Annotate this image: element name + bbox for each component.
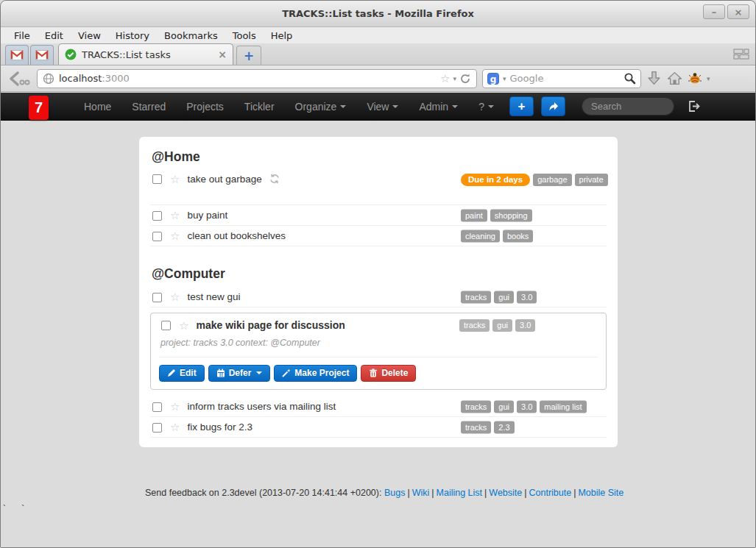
nav-home[interactable]: Home — [74, 101, 121, 113]
task-checkbox[interactable] — [152, 423, 162, 433]
menu-tools[interactable]: Tools — [225, 30, 264, 41]
chevron-down-icon[interactable]: ▾ — [453, 75, 456, 82]
tab-close-icon[interactable]: × — [218, 49, 227, 60]
task-title[interactable]: take out garbage — [187, 174, 261, 185]
url-text[interactable]: localhost:3000 — [59, 73, 436, 84]
tag[interactable]: cleaning — [461, 229, 500, 242]
task-checkbox[interactable] — [152, 293, 162, 302]
tag[interactable]: gui — [494, 400, 514, 413]
task-row-clean-out-bookshelves[interactable]: ☆ clean out bookshelves cleaning books — [150, 226, 607, 246]
bookmark-star-icon[interactable]: ☆ — [440, 72, 450, 85]
tag[interactable]: private — [575, 174, 608, 186]
tag[interactable]: books — [503, 229, 533, 242]
footer-link-wiki[interactable]: Wiki — [412, 488, 430, 498]
back-forward-icon[interactable] — [7, 70, 32, 88]
new-tab-button[interactable]: + — [236, 46, 261, 65]
close-button[interactable]: × — [727, 4, 749, 19]
star-icon[interactable]: ☆ — [170, 291, 180, 302]
chevron-down-icon[interactable]: ▾ — [503, 75, 506, 82]
nav-projects[interactable]: Projects — [176, 101, 234, 113]
footer-link-mobile-site[interactable]: Mobile Site — [578, 488, 623, 498]
star-icon[interactable]: ☆ — [170, 421, 180, 433]
window-titlebar: TRACKS::List tasks - Mozilla Firefox – × — [1, 1, 755, 27]
reload-icon[interactable] — [459, 73, 471, 85]
task-title[interactable]: buy paint — [187, 210, 227, 221]
tag[interactable]: tracks — [461, 400, 491, 413]
task-row-buy-paint[interactable]: ☆ buy paint paint shopping — [150, 205, 607, 226]
tracks-logo[interactable]: 7 — [29, 96, 49, 120]
menu-edit[interactable]: Edit — [38, 30, 71, 41]
search-input[interactable] — [510, 73, 620, 84]
footer-link-website[interactable]: Website — [489, 488, 522, 498]
tag[interactable]: gui — [492, 319, 512, 332]
tag[interactable]: garbage — [533, 174, 571, 186]
nav-view[interactable]: View — [356, 101, 409, 113]
nav-tickler[interactable]: Tickler — [234, 101, 285, 113]
tab-tracks[interactable]: TRACKS::List tasks × — [58, 43, 233, 65]
tag[interactable]: 3.0 — [517, 400, 537, 413]
task-title[interactable]: inform tracks users via mailing list — [187, 401, 336, 412]
star-icon[interactable]: ☆ — [170, 230, 180, 241]
task-row-test-new-gui[interactable]: ☆ test new gui tracks gui 3.0 — [150, 287, 607, 307]
menu-help[interactable]: Help — [264, 30, 300, 41]
url-bar[interactable]: localhost:3000 ☆ ▾ — [37, 69, 477, 88]
minimize-button[interactable]: – — [703, 4, 725, 19]
tag[interactable]: tracks — [461, 421, 491, 433]
task-row-inform-tracks-users[interactable]: ☆ inform tracks users via mailing list t… — [150, 396, 607, 417]
nav-starred[interactable]: Starred — [121, 101, 176, 113]
make-project-button[interactable]: Make Project — [274, 365, 357, 382]
task-title[interactable]: make wiki page for discussion — [196, 319, 345, 331]
menu-file[interactable]: File — [7, 30, 38, 41]
nav-admin[interactable]: Admin — [409, 101, 468, 113]
add-todo-button[interactable]: + — [509, 96, 534, 116]
expanded-task-header[interactable]: ☆ make wiki page for discussion tracks g… — [159, 319, 598, 331]
logout-icon[interactable] — [688, 100, 700, 113]
task-checkbox[interactable] — [161, 321, 171, 330]
home-icon[interactable] — [667, 71, 682, 86]
chevron-down-icon[interactable]: ▾ — [707, 75, 710, 82]
footer-link-mailing-list[interactable]: Mailing List — [437, 488, 483, 498]
task-title[interactable]: clean out bookshelves — [187, 230, 286, 241]
star-icon[interactable]: ☆ — [170, 401, 180, 412]
edit-button[interactable]: Edit — [159, 365, 205, 382]
app-search-input[interactable] — [582, 97, 674, 115]
delete-button[interactable]: Delete — [361, 365, 416, 382]
star-icon[interactable]: ☆ — [170, 210, 180, 221]
tag[interactable]: gui — [494, 291, 514, 303]
task-title[interactable]: test new gui — [187, 291, 240, 302]
tag[interactable]: mailing list — [540, 400, 586, 413]
star-icon[interactable]: ☆ — [170, 174, 180, 185]
nav-organize[interactable]: Organize — [285, 101, 357, 113]
tag[interactable]: shopping — [490, 209, 532, 221]
pinned-tab-gmail-2[interactable] — [30, 45, 54, 65]
menu-bookmarks[interactable]: Bookmarks — [157, 30, 225, 41]
tag[interactable]: tracks — [459, 319, 490, 332]
tag[interactable]: 2.3 — [494, 421, 514, 433]
menu-history[interactable]: History — [108, 30, 157, 41]
tag[interactable]: paint — [461, 209, 487, 221]
task-title[interactable]: fix bugs for 2.3 — [187, 421, 252, 433]
star-icon[interactable]: ☆ — [179, 320, 188, 331]
caret-down-icon — [340, 105, 346, 108]
menu-view[interactable]: View — [71, 30, 108, 41]
nav-help[interactable]: ? — [468, 101, 504, 113]
download-icon[interactable] — [646, 71, 662, 86]
task-checkbox[interactable] — [152, 402, 162, 412]
firebug-icon[interactable] — [688, 72, 702, 85]
tag[interactable]: 3.0 — [517, 291, 537, 303]
tab-groups-icon[interactable] — [733, 49, 749, 60]
browser-search-bar[interactable]: g ▾ — [482, 69, 641, 88]
share-arrow-button[interactable] — [541, 96, 565, 116]
footer-link-bugs[interactable]: Bugs — [384, 488, 406, 498]
task-checkbox[interactable] — [152, 211, 162, 221]
task-checkbox[interactable] — [152, 174, 162, 184]
task-checkbox[interactable] — [152, 232, 162, 241]
task-row-take-out-garbage[interactable]: ☆ take out garbage Due in 2 days garbage… — [150, 170, 607, 205]
tag[interactable]: 3.0 — [515, 319, 535, 332]
magnifier-icon[interactable] — [623, 72, 636, 85]
footer-link-contribute[interactable]: Contribute — [529, 488, 572, 498]
pinned-tab-gmail-1[interactable] — [5, 45, 29, 65]
defer-button[interactable]: Defer — [208, 365, 271, 382]
tag[interactable]: tracks — [461, 291, 491, 303]
task-row-fix-bugs[interactable]: ☆ fix bugs for 2.3 tracks 2.3 — [150, 417, 607, 438]
